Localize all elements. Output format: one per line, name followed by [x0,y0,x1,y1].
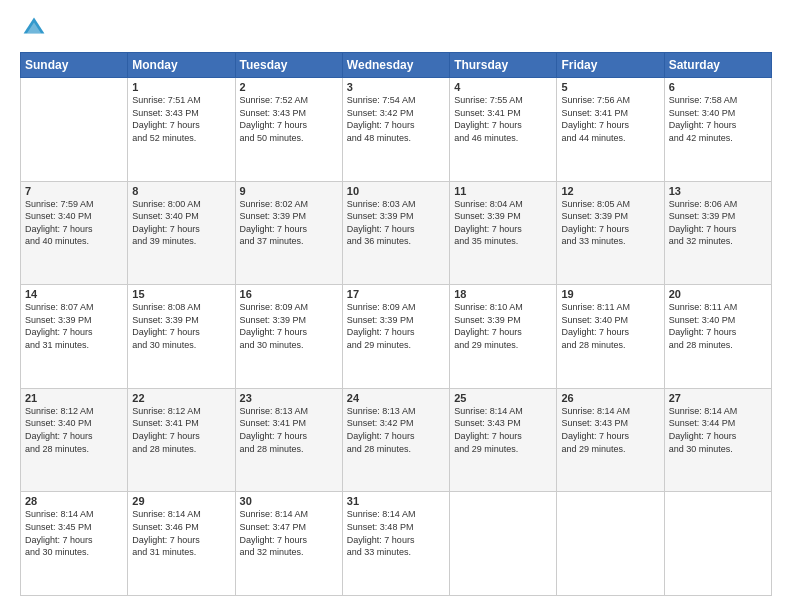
cell-content: Sunrise: 8:14 AM Sunset: 3:46 PM Dayligh… [132,508,230,558]
cell-content: Sunrise: 8:12 AM Sunset: 3:40 PM Dayligh… [25,405,123,455]
day-number: 10 [347,185,445,197]
weekday-header-cell: Wednesday [342,53,449,78]
day-number: 18 [454,288,552,300]
day-number: 29 [132,495,230,507]
calendar-cell: 19Sunrise: 8:11 AM Sunset: 3:40 PM Dayli… [557,285,664,389]
calendar-cell: 31Sunrise: 8:14 AM Sunset: 3:48 PM Dayli… [342,492,449,596]
calendar-cell: 15Sunrise: 8:08 AM Sunset: 3:39 PM Dayli… [128,285,235,389]
cell-content: Sunrise: 8:09 AM Sunset: 3:39 PM Dayligh… [240,301,338,351]
cell-content: Sunrise: 8:06 AM Sunset: 3:39 PM Dayligh… [669,198,767,248]
day-number: 26 [561,392,659,404]
calendar-cell: 20Sunrise: 8:11 AM Sunset: 3:40 PM Dayli… [664,285,771,389]
cell-content: Sunrise: 8:08 AM Sunset: 3:39 PM Dayligh… [132,301,230,351]
cell-content: Sunrise: 8:03 AM Sunset: 3:39 PM Dayligh… [347,198,445,248]
calendar-cell [664,492,771,596]
day-number: 27 [669,392,767,404]
cell-content: Sunrise: 8:09 AM Sunset: 3:39 PM Dayligh… [347,301,445,351]
calendar-cell: 23Sunrise: 8:13 AM Sunset: 3:41 PM Dayli… [235,388,342,492]
calendar-week-row: 14Sunrise: 8:07 AM Sunset: 3:39 PM Dayli… [21,285,772,389]
header [20,16,772,44]
cell-content: Sunrise: 8:13 AM Sunset: 3:41 PM Dayligh… [240,405,338,455]
calendar-week-row: 28Sunrise: 8:14 AM Sunset: 3:45 PM Dayli… [21,492,772,596]
day-number: 6 [669,81,767,93]
calendar-cell: 25Sunrise: 8:14 AM Sunset: 3:43 PM Dayli… [450,388,557,492]
cell-content: Sunrise: 8:11 AM Sunset: 3:40 PM Dayligh… [669,301,767,351]
calendar-cell: 24Sunrise: 8:13 AM Sunset: 3:42 PM Dayli… [342,388,449,492]
weekday-header-cell: Tuesday [235,53,342,78]
day-number: 15 [132,288,230,300]
calendar-cell: 27Sunrise: 8:14 AM Sunset: 3:44 PM Dayli… [664,388,771,492]
calendar-cell: 14Sunrise: 8:07 AM Sunset: 3:39 PM Dayli… [21,285,128,389]
calendar-cell: 2Sunrise: 7:52 AM Sunset: 3:43 PM Daylig… [235,78,342,182]
day-number: 19 [561,288,659,300]
calendar-cell: 10Sunrise: 8:03 AM Sunset: 3:39 PM Dayli… [342,181,449,285]
weekday-header-row: SundayMondayTuesdayWednesdayThursdayFrid… [21,53,772,78]
day-number: 12 [561,185,659,197]
calendar-cell: 28Sunrise: 8:14 AM Sunset: 3:45 PM Dayli… [21,492,128,596]
weekday-header-cell: Friday [557,53,664,78]
calendar-cell [450,492,557,596]
day-number: 11 [454,185,552,197]
calendar-cell [21,78,128,182]
calendar-cell: 5Sunrise: 7:56 AM Sunset: 3:41 PM Daylig… [557,78,664,182]
day-number: 31 [347,495,445,507]
calendar-cell: 3Sunrise: 7:54 AM Sunset: 3:42 PM Daylig… [342,78,449,182]
weekday-header-cell: Sunday [21,53,128,78]
logo [20,16,46,44]
calendar-cell: 8Sunrise: 8:00 AM Sunset: 3:40 PM Daylig… [128,181,235,285]
day-number: 20 [669,288,767,300]
day-number: 21 [25,392,123,404]
cell-content: Sunrise: 8:13 AM Sunset: 3:42 PM Dayligh… [347,405,445,455]
day-number: 8 [132,185,230,197]
day-number: 23 [240,392,338,404]
day-number: 2 [240,81,338,93]
calendar-cell: 12Sunrise: 8:05 AM Sunset: 3:39 PM Dayli… [557,181,664,285]
cell-content: Sunrise: 8:05 AM Sunset: 3:39 PM Dayligh… [561,198,659,248]
calendar-cell: 13Sunrise: 8:06 AM Sunset: 3:39 PM Dayli… [664,181,771,285]
cell-content: Sunrise: 8:04 AM Sunset: 3:39 PM Dayligh… [454,198,552,248]
cell-content: Sunrise: 8:00 AM Sunset: 3:40 PM Dayligh… [132,198,230,248]
cell-content: Sunrise: 8:02 AM Sunset: 3:39 PM Dayligh… [240,198,338,248]
cell-content: Sunrise: 7:56 AM Sunset: 3:41 PM Dayligh… [561,94,659,144]
cell-content: Sunrise: 8:14 AM Sunset: 3:47 PM Dayligh… [240,508,338,558]
cell-content: Sunrise: 8:10 AM Sunset: 3:39 PM Dayligh… [454,301,552,351]
calendar-cell: 4Sunrise: 7:55 AM Sunset: 3:41 PM Daylig… [450,78,557,182]
day-number: 7 [25,185,123,197]
weekday-header-cell: Monday [128,53,235,78]
day-number: 1 [132,81,230,93]
calendar-cell: 6Sunrise: 7:58 AM Sunset: 3:40 PM Daylig… [664,78,771,182]
weekday-header-cell: Saturday [664,53,771,78]
day-number: 22 [132,392,230,404]
day-number: 9 [240,185,338,197]
weekday-header-cell: Thursday [450,53,557,78]
day-number: 3 [347,81,445,93]
day-number: 25 [454,392,552,404]
calendar-cell: 16Sunrise: 8:09 AM Sunset: 3:39 PM Dayli… [235,285,342,389]
cell-content: Sunrise: 7:52 AM Sunset: 3:43 PM Dayligh… [240,94,338,144]
cell-content: Sunrise: 8:14 AM Sunset: 3:44 PM Dayligh… [669,405,767,455]
cell-content: Sunrise: 8:14 AM Sunset: 3:48 PM Dayligh… [347,508,445,558]
cell-content: Sunrise: 8:07 AM Sunset: 3:39 PM Dayligh… [25,301,123,351]
calendar-cell: 17Sunrise: 8:09 AM Sunset: 3:39 PM Dayli… [342,285,449,389]
cell-content: Sunrise: 7:55 AM Sunset: 3:41 PM Dayligh… [454,94,552,144]
calendar-cell: 9Sunrise: 8:02 AM Sunset: 3:39 PM Daylig… [235,181,342,285]
day-number: 13 [669,185,767,197]
calendar-cell: 29Sunrise: 8:14 AM Sunset: 3:46 PM Dayli… [128,492,235,596]
calendar-cell: 1Sunrise: 7:51 AM Sunset: 3:43 PM Daylig… [128,78,235,182]
calendar-table: SundayMondayTuesdayWednesdayThursdayFrid… [20,52,772,596]
calendar-cell: 11Sunrise: 8:04 AM Sunset: 3:39 PM Dayli… [450,181,557,285]
calendar-cell: 22Sunrise: 8:12 AM Sunset: 3:41 PM Dayli… [128,388,235,492]
logo-icon [22,16,46,40]
calendar-cell [557,492,664,596]
cell-content: Sunrise: 8:14 AM Sunset: 3:45 PM Dayligh… [25,508,123,558]
calendar-week-row: 1Sunrise: 7:51 AM Sunset: 3:43 PM Daylig… [21,78,772,182]
day-number: 4 [454,81,552,93]
cell-content: Sunrise: 7:59 AM Sunset: 3:40 PM Dayligh… [25,198,123,248]
cell-content: Sunrise: 7:51 AM Sunset: 3:43 PM Dayligh… [132,94,230,144]
day-number: 16 [240,288,338,300]
calendar-body: 1Sunrise: 7:51 AM Sunset: 3:43 PM Daylig… [21,78,772,596]
day-number: 14 [25,288,123,300]
calendar-cell: 26Sunrise: 8:14 AM Sunset: 3:43 PM Dayli… [557,388,664,492]
page: SundayMondayTuesdayWednesdayThursdayFrid… [0,0,792,612]
calendar-week-row: 21Sunrise: 8:12 AM Sunset: 3:40 PM Dayli… [21,388,772,492]
